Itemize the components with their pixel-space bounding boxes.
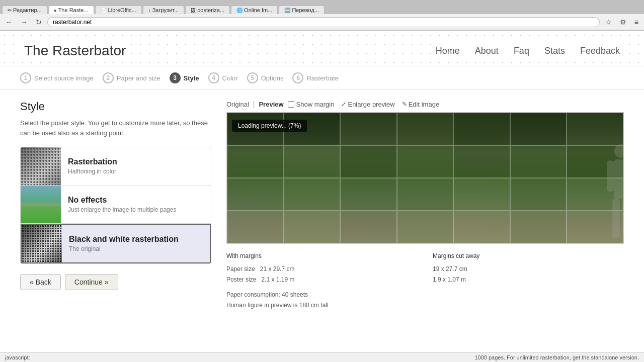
- back-button[interactable]: ←: [3, 17, 15, 27]
- grid-cell: [567, 113, 623, 145]
- browser-tab-3[interactable]: 📄 LibreOffic...: [95, 6, 142, 14]
- nav-feedback[interactable]: Feedback: [580, 46, 620, 56]
- style-list: Rasterbation Halftoning in color No effe…: [20, 147, 211, 264]
- status-left: javascript:: [5, 354, 30, 360]
- step-3-label: Style: [184, 74, 199, 82]
- bookmark-button[interactable]: ☆: [603, 17, 614, 27]
- style-thumb-bw: [22, 225, 62, 262]
- grid-cell: [453, 145, 510, 178]
- browser-tab-7[interactable]: 🔤 Перевод...: [279, 6, 325, 14]
- grid-cell: [284, 178, 341, 211]
- style-list-wrapper[interactable]: Rasterbation Halftoning in color No effe…: [20, 147, 211, 264]
- grid-cell: [567, 145, 623, 178]
- status-right: 1000 pages. For unlimited rasterbation, …: [474, 354, 639, 360]
- grid-cell: [397, 145, 454, 178]
- nav-home[interactable]: Home: [436, 46, 460, 56]
- step-1-label: Select source image: [34, 74, 94, 82]
- nav-stats[interactable]: Stats: [544, 46, 565, 56]
- style-name-noeffects: No effects: [68, 196, 176, 205]
- browser-tab-5[interactable]: 🖼 posteriza...: [185, 6, 230, 14]
- style-section-title: Style: [20, 100, 211, 113]
- human-figure-note: Human figure in preview is 180 cm tall: [226, 300, 624, 311]
- grid-cell: [510, 211, 567, 243]
- grid-cell: [284, 145, 341, 178]
- grid-cell: [567, 178, 623, 211]
- forward-button[interactable]: →: [18, 17, 30, 27]
- step-2[interactable]: 2 Paper and size: [103, 72, 160, 83]
- extensions-button[interactable]: ⚙: [617, 17, 629, 27]
- step-5[interactable]: 5 Options: [247, 72, 284, 83]
- step-1-circle: 1: [20, 72, 31, 83]
- step-1[interactable]: 1 Select source image: [20, 72, 94, 83]
- style-desc-rasterbation: Halftoning in color: [68, 168, 117, 175]
- stats-header-with-margins: With margins: [226, 251, 418, 262]
- poster-size-cut: 1.9 x 1.07 m: [433, 275, 624, 286]
- stats-header-cut-away: Margins cut away: [433, 251, 624, 262]
- style-item-rasterbation[interactable]: Rasterbation Halftoning in color: [21, 147, 211, 186]
- paper-size-with: Paper size 21 x 29.7 cm: [226, 264, 418, 275]
- browser-tab-2[interactable]: ● The Raste...: [48, 6, 94, 14]
- status-bar: javascript: 1000 pages. For unlimited ra…: [0, 352, 644, 362]
- grid-cell: [227, 211, 284, 243]
- nav-faq[interactable]: Faq: [514, 46, 529, 56]
- grid-cell: [227, 178, 284, 211]
- grid-cell: [340, 113, 397, 145]
- site-nav: Home About Faq Stats Feedback: [432, 44, 624, 58]
- browser-tab-4[interactable]: ↓ Загрузит...: [143, 6, 185, 14]
- style-thumb-noeffects: [21, 186, 61, 223]
- show-margin-label[interactable]: Show margin: [288, 101, 335, 108]
- grid-cell: [453, 178, 510, 211]
- step-2-circle: 2: [103, 72, 114, 83]
- enlarge-preview-link[interactable]: ⤢ Enlarge preview: [341, 101, 394, 108]
- preview-controls: Original | Preview Show margin ⤢ Enlarge…: [226, 100, 624, 108]
- step-3[interactable]: 3 Style: [170, 72, 199, 83]
- address-bar-input[interactable]: [47, 17, 600, 27]
- browser-tabs: ✏ Редактир... ● The Raste... 📄 LibreOffi…: [0, 0, 644, 14]
- browser-chrome: ✏ Редактир... ● The Raste... 📄 LibreOffi…: [0, 0, 644, 31]
- edit-image-link[interactable]: ✎ Edit image: [402, 101, 439, 108]
- stats-col-cut-away: Margins cut away 19 x 27.7 cm 1.9 x 1.07…: [433, 251, 624, 286]
- step-5-circle: 5: [247, 72, 258, 83]
- step-6[interactable]: 6 Rasterbate: [292, 72, 339, 83]
- back-button[interactable]: « Back: [20, 274, 61, 290]
- edit-icon: ✎: [402, 101, 407, 108]
- step-4-label: Color: [222, 74, 238, 82]
- step-6-label: Rasterbate: [306, 74, 339, 82]
- reload-button[interactable]: ↻: [33, 17, 44, 27]
- paper-size-cut: 19 x 27.7 cm: [433, 264, 624, 275]
- grid-cell: [510, 145, 567, 178]
- step-4-circle: 4: [208, 72, 219, 83]
- browser-tab-6[interactable]: 🌐 Online Im...: [231, 6, 278, 14]
- preview-stats: With margins Paper size 21 x 29.7 cm Pos…: [226, 251, 624, 311]
- enlarge-icon: ⤢: [341, 101, 346, 108]
- preview-divider: |: [253, 100, 255, 108]
- left-panel: Style Select the poster style. You get t…: [20, 100, 211, 311]
- step-6-circle: 6: [292, 72, 303, 83]
- grid-cell: [284, 211, 341, 243]
- poster-size-with: Poster size 2.1 x 1.19 m: [226, 275, 418, 286]
- style-item-bw[interactable]: Black and white rasterbation The origina…: [21, 224, 211, 263]
- right-panel: Original | Preview Show margin ⤢ Enlarge…: [226, 100, 624, 311]
- continue-button[interactable]: Continue »: [65, 274, 118, 290]
- step-3-circle: 3: [170, 72, 181, 83]
- grid-cell: [510, 113, 567, 145]
- preview-image-container: Loading preview... (7%): [226, 112, 624, 244]
- step-4[interactable]: 4 Color: [208, 72, 238, 83]
- step-5-label: Options: [261, 74, 284, 82]
- steps-bar: 1 Select source image 2 Paper and size 3…: [0, 66, 644, 90]
- browser-tab-1[interactable]: ✏ Редактир...: [2, 6, 47, 14]
- site-header: The Rasterbator Home About Faq Stats Fee…: [0, 31, 644, 66]
- grid-cell: [397, 178, 454, 211]
- loading-overlay: Loading preview... (7%): [232, 120, 307, 132]
- browser-addressbar: ← → ↻ ☆ ⚙ ≡: [0, 14, 644, 30]
- preview-tab-original[interactable]: Original: [226, 101, 249, 108]
- style-item-noeffects[interactable]: No effects Just enlarge the image to mul…: [21, 186, 211, 224]
- show-margin-checkbox[interactable]: [288, 101, 294, 108]
- site-title: The Rasterbator: [20, 41, 130, 61]
- grid-cell: [397, 113, 454, 145]
- preview-tab-preview[interactable]: Preview: [259, 101, 283, 108]
- menu-button[interactable]: ≡: [632, 17, 641, 27]
- nav-about[interactable]: About: [475, 46, 499, 56]
- grid-preview: [227, 113, 623, 243]
- grid-cell: [227, 145, 284, 178]
